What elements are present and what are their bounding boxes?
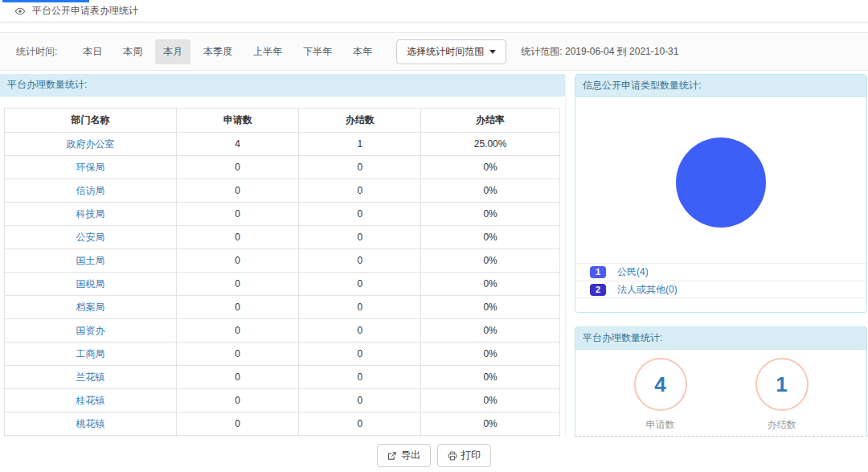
legend-item[interactable]: 1公民(4)	[575, 263, 866, 281]
department-link[interactable]: 国税局	[5, 273, 177, 296]
stat-label: 申请数	[634, 418, 687, 432]
table-row: 政府办公室4125.00%	[5, 133, 560, 156]
filter-option-上半年[interactable]: 上半年	[245, 39, 290, 64]
department-link[interactable]: 政府办公室	[5, 133, 177, 156]
table-cell: 0	[299, 389, 421, 412]
department-link[interactable]: 环保局	[5, 156, 177, 179]
table-cell: 0	[177, 249, 299, 273]
tab-platform-request-stats[interactable]: 平台公开申请表办理统计	[0, 0, 154, 22]
filter-option-下半年[interactable]: 下半年	[295, 39, 340, 64]
department-stats-panel-title: 平台办理数量统计:	[0, 74, 565, 96]
filter-option-本周[interactable]: 本周	[115, 39, 150, 64]
department-link[interactable]: 工商局	[5, 343, 177, 366]
table-cell: 0	[299, 412, 421, 436]
department-link[interactable]: 国土局	[5, 249, 177, 273]
platform-totals-panel-title: 平台办理数量统计:	[575, 327, 866, 350]
department-link[interactable]: 桃花镇	[5, 412, 177, 436]
table-row: 国税局000%	[5, 273, 560, 296]
export-button[interactable]: 导出	[377, 444, 431, 467]
table-cell: 0	[177, 203, 299, 226]
table-row: 信访局000%	[5, 179, 560, 203]
table-cell: 0	[299, 273, 421, 296]
time-range-dropdown-label: 选择统计时间范围	[407, 45, 484, 59]
stat-range-text: 统计范围: 2019-06-04 到 2021-10-31	[521, 45, 678, 59]
table-cell: 0%	[421, 156, 560, 179]
table-cell: 0%	[421, 179, 560, 203]
table-cell: 0	[177, 226, 299, 249]
time-range-dropdown[interactable]: 选择统计时间范围	[396, 39, 506, 64]
table-cell: 0	[299, 203, 421, 226]
table-cell: 0	[299, 366, 421, 389]
table-row: 桂花镇000%	[5, 389, 560, 412]
table-cell: 25.00%	[421, 133, 560, 156]
active-tab-indicator	[2, 0, 89, 2]
table-cell: 0	[177, 273, 299, 296]
department-link[interactable]: 信访局	[5, 179, 177, 203]
legend-label: 公民(4)	[617, 265, 649, 279]
table-cell: 0%	[421, 226, 560, 249]
table-row: 桃花镇000%	[5, 412, 560, 436]
department-stats-table: 部门名称申请数办结数办结率 政府办公室4125.00%环保局000%信访局000…	[4, 108, 560, 437]
table-cell: 0	[299, 296, 421, 319]
table-row: 科技局000%	[5, 203, 560, 226]
print-button[interactable]: 打印	[437, 444, 491, 467]
filter-option-本月[interactable]: 本月	[155, 39, 190, 64]
table-cell: 0	[177, 366, 299, 389]
page: 平台公开申请表办理统计 统计时间: 本日本周本月本季度上半年下半年本年 选择统计…	[0, 0, 868, 472]
table-cell: 0	[177, 343, 299, 366]
filter-bar: 统计时间: 本日本周本月本季度上半年下半年本年 选择统计时间范围 统计范围: 2…	[0, 32, 868, 71]
filter-option-本日[interactable]: 本日	[75, 39, 110, 64]
table-cell: 0%	[421, 203, 560, 226]
caret-down-icon	[489, 50, 496, 54]
table-cell: 0%	[421, 296, 560, 319]
table-cell: 0	[177, 179, 299, 203]
stat-value-circle: 4	[634, 358, 687, 411]
pie-legend: 1公民(4)2法人或其他(0)	[575, 263, 866, 298]
table-cell: 0	[177, 156, 299, 179]
tab-bar: 平台公开申请表办理统计	[0, 0, 868, 23]
table-cell: 0%	[421, 436, 560, 437]
request-type-panel-title: 信息公开申请类型数量统计:	[575, 75, 866, 97]
table-row: 兰花镇000%	[5, 366, 560, 389]
table-row: 公安局000%	[5, 226, 560, 249]
filter-options: 本日本周本月本季度上半年下半年本年	[75, 39, 385, 64]
department-link[interactable]: 兰花镇	[5, 366, 177, 389]
table-row: 国土局000%	[5, 249, 560, 273]
department-link[interactable]: 国资办	[5, 319, 177, 343]
table-cell: 0%	[421, 412, 560, 436]
table-cell: 0	[177, 296, 299, 319]
department-link[interactable]: 荷花镇	[5, 436, 177, 437]
table-row: 环保局000%	[5, 156, 560, 179]
department-link[interactable]: 公安局	[5, 226, 177, 249]
stat-item: 1办结数	[755, 358, 809, 432]
filter-option-本年[interactable]: 本年	[345, 39, 380, 64]
table-cell: 0	[299, 319, 421, 343]
table-header-row: 部门名称申请数办结数办结率	[5, 109, 560, 133]
table-cell: 0	[177, 389, 299, 412]
legend-index-badge: 2	[590, 284, 606, 296]
table-cell: 0	[299, 179, 421, 203]
export-icon	[387, 451, 397, 461]
stat-label: 办结数	[755, 418, 809, 432]
pie-chart	[676, 137, 766, 228]
department-link[interactable]: 档案局	[5, 296, 177, 319]
legend-item[interactable]: 2法人或其他(0)	[575, 281, 866, 298]
table-cell: 0%	[421, 389, 560, 412]
table-cell: 0%	[421, 249, 560, 273]
print-button-label: 打印	[461, 449, 481, 462]
table-cell: 0	[299, 249, 421, 273]
stat-circles: 4申请数1办结数	[575, 350, 866, 432]
table-row: 工商局000%	[5, 343, 560, 366]
table-header-cell: 部门名称	[5, 109, 177, 133]
table-cell: 1	[299, 133, 421, 156]
department-link[interactable]: 科技局	[5, 203, 177, 226]
table-cell: 0%	[421, 319, 560, 343]
department-link[interactable]: 桂花镇	[5, 389, 177, 412]
print-icon	[448, 451, 457, 461]
filter-label: 统计时间:	[16, 45, 57, 59]
department-stats-table-wrap: 部门名称申请数办结数办结率 政府办公室4125.00%环保局000%信访局000…	[4, 108, 560, 437]
filter-option-本季度[interactable]: 本季度	[195, 39, 240, 64]
eye-icon	[14, 6, 26, 17]
table-cell: 0	[299, 156, 421, 179]
legend-index-badge: 1	[590, 266, 606, 278]
